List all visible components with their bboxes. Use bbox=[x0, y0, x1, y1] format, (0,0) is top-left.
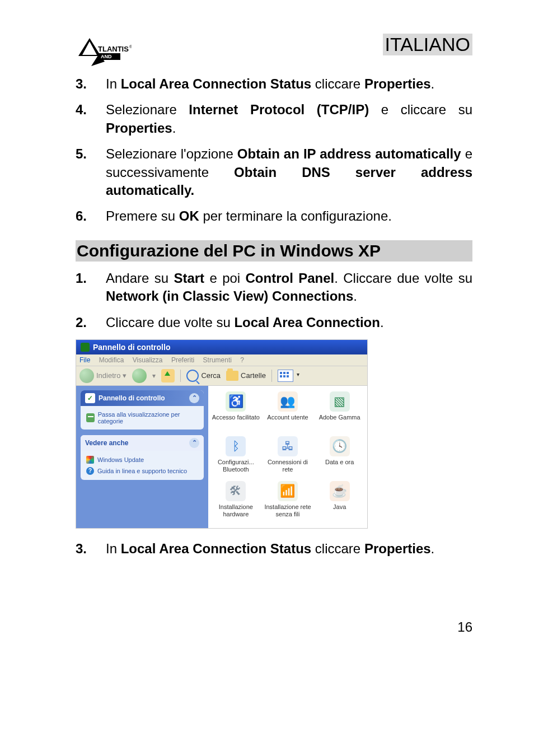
menu-tools[interactable]: Strumenti bbox=[203, 356, 232, 364]
control-panel-item[interactable]: ᛒConfigurazi... Bluetooth bbox=[210, 435, 261, 479]
switch-category-view-link[interactable]: Passa alla visualizzazione per categorie bbox=[86, 409, 198, 426]
search-icon bbox=[186, 370, 199, 382]
menubar: File Modifica Visualizza Preferiti Strum… bbox=[76, 354, 367, 366]
menu-favorites[interactable]: Preferiti bbox=[171, 356, 194, 364]
list-item: 4. Selezionare Internet Protocol (TCP/IP… bbox=[76, 101, 472, 137]
forward-button[interactable] bbox=[132, 368, 147, 383]
svg-text:TLANTIS: TLANTIS bbox=[98, 45, 129, 53]
menu-help[interactable]: ? bbox=[240, 356, 244, 364]
page-number: 16 bbox=[76, 619, 472, 635]
control-panel-item[interactable]: 🛠Installazione hardware bbox=[210, 480, 261, 524]
sidebar-pane-main: ✓ Pannello di controllo ⌃ Passa alla vis… bbox=[81, 390, 204, 430]
list-item: 6. Premere su OK per terminare la config… bbox=[76, 207, 472, 225]
back-button[interactable]: Indietro ▾ bbox=[79, 368, 127, 383]
language-label: ITALIANO bbox=[383, 34, 472, 55]
category-icon bbox=[86, 413, 95, 422]
toolbar: Indietro ▾ ▾ Cerca Cartelle bbox=[76, 366, 367, 386]
cp-label: Accesso facilitato bbox=[212, 414, 260, 421]
chevron-up-icon[interactable]: ⌃ bbox=[189, 438, 199, 448]
step-text: In Local Area Connection Status cliccare… bbox=[106, 540, 472, 558]
up-button[interactable] bbox=[161, 369, 175, 382]
sidebar: ✓ Pannello di controllo ⌃ Passa alla vis… bbox=[76, 386, 208, 528]
control-panel-grid: ♿Accesso facilitato👥Account utente▧Adobe… bbox=[208, 386, 367, 528]
cp-icon: ♿ bbox=[226, 391, 246, 412]
cp-icon: 🖧 bbox=[278, 436, 298, 456]
cp-label: Connessioni di rete bbox=[264, 459, 312, 473]
window-titlebar: Pannello di controllo bbox=[76, 340, 367, 354]
brand-logo: TLANTIS ® AND bbox=[76, 34, 132, 67]
svg-text:®: ® bbox=[129, 45, 132, 49]
step-text: Andare su Start e poi Control Panel. Cli… bbox=[106, 269, 472, 306]
search-button[interactable]: Cerca bbox=[186, 370, 221, 382]
help-support-link[interactable]: ? Guida in linea e supporto tecnico bbox=[86, 465, 198, 477]
cp-label: Installazione hardware bbox=[212, 503, 260, 517]
cp-icon: 📶 bbox=[278, 481, 298, 501]
cp-label: Configurazi... Bluetooth bbox=[212, 459, 260, 473]
cp-label: Data e ora bbox=[325, 459, 354, 466]
cp-icon: ☕ bbox=[330, 481, 350, 501]
cp-label: Java bbox=[333, 503, 346, 511]
menu-edit[interactable]: Modifica bbox=[99, 356, 124, 364]
cp-icon: ᛒ bbox=[226, 436, 246, 456]
window-icon bbox=[81, 343, 90, 352]
sidebar-pane-seealso: Vedere anche ⌃ Windows Update ? Guida in… bbox=[81, 435, 204, 480]
control-panel-item[interactable]: ☕Java bbox=[314, 480, 365, 524]
check-icon: ✓ bbox=[85, 393, 95, 403]
view-button[interactable] bbox=[278, 370, 293, 382]
list-item: 3. In Local Area Connection Status clicc… bbox=[76, 75, 472, 93]
folders-button[interactable]: Cartelle bbox=[226, 371, 266, 381]
screenshot-window: Pannello di controllo File Modifica Visu… bbox=[76, 339, 368, 529]
menu-view[interactable]: Visualizza bbox=[133, 356, 163, 364]
step-text: In Local Area Connection Status cliccare… bbox=[106, 75, 472, 93]
chevron-up-icon[interactable]: ⌃ bbox=[189, 393, 199, 403]
step-text: Selezionare Internet Protocol (TCP/IP) e… bbox=[106, 101, 472, 137]
svg-text:AND: AND bbox=[101, 54, 112, 59]
cp-label: Adobe Gamma bbox=[319, 414, 360, 421]
control-panel-item[interactable]: 👥Account utente bbox=[263, 390, 313, 434]
help-icon: ? bbox=[86, 467, 94, 475]
cp-label: Account utente bbox=[267, 414, 308, 421]
pane-header[interactable]: Vedere anche ⌃ bbox=[81, 435, 204, 451]
menu-file[interactable]: File bbox=[79, 356, 90, 364]
list-item: 5. Selezionare l'opzione Obtain an IP ad… bbox=[76, 145, 472, 199]
folder-icon bbox=[226, 371, 238, 381]
pane-header[interactable]: ✓ Pannello di controllo ⌃ bbox=[81, 390, 204, 406]
windows-update-icon bbox=[86, 456, 94, 464]
windows-update-link[interactable]: Windows Update bbox=[86, 454, 198, 465]
back-icon bbox=[79, 368, 94, 383]
window-title: Pannello di controllo bbox=[93, 343, 170, 352]
control-panel-item[interactable]: 🖧Connessioni di rete bbox=[263, 435, 313, 479]
step-text: Selezionare l'opzione Obtain an IP addre… bbox=[106, 145, 472, 199]
cp-label: Installazione rete senza fili bbox=[264, 503, 312, 517]
list-item: 1. Andare su Start e poi Control Panel. … bbox=[76, 269, 472, 306]
cp-icon: 🛠 bbox=[226, 481, 246, 501]
step-text: Premere su OK per terminare la configura… bbox=[106, 207, 472, 225]
cp-icon: 👥 bbox=[278, 391, 298, 412]
control-panel-item[interactable]: ▧Adobe Gamma bbox=[314, 390, 365, 434]
list-item: 3. In Local Area Connection Status clicc… bbox=[76, 540, 472, 558]
cp-icon: 🕓 bbox=[330, 436, 350, 456]
control-panel-item[interactable]: ♿Accesso facilitato bbox=[210, 390, 261, 434]
cp-icon: ▧ bbox=[330, 391, 350, 412]
step-text: Cliccare due volte su Local Area Connect… bbox=[106, 314, 472, 332]
control-panel-item[interactable]: 📶Installazione rete senza fili bbox=[263, 480, 313, 524]
control-panel-item[interactable]: 🕓Data e ora bbox=[314, 435, 365, 479]
section-heading: Configurazione del PC in Windows XP bbox=[76, 240, 472, 262]
list-item: 2. Cliccare due volte su Local Area Conn… bbox=[76, 314, 472, 332]
